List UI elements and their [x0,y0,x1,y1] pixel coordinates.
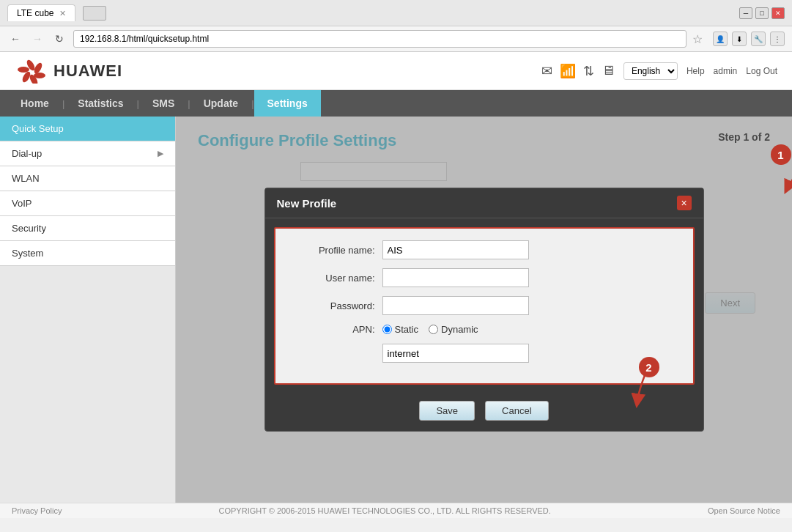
new-tab-button[interactable] [83,6,106,21]
forward-button[interactable]: → [29,31,45,47]
sidebar: Quick Setup Dial-up ▶ WLAN VoIP Security… [0,117,176,503]
dialog-header: New Profile × [265,188,703,218]
profile-name-label: Profile name: [287,245,375,256]
dialog-title: New Profile [277,197,337,210]
nav-home[interactable]: Home [7,90,62,117]
sidebar-item-wlan[interactable]: WLAN [0,166,175,191]
apn-options: Static Dynamic [382,324,478,335]
sidebar-item-quicksetup[interactable]: Quick Setup [0,117,175,141]
apn-value-input[interactable] [382,344,529,363]
tab-title: LTE cube [17,8,53,18]
window-controls: ─ □ ✕ [739,7,785,19]
bookmark-icon[interactable]: ☆ [692,32,703,46]
apn-static-radio[interactable] [382,325,392,334]
dialog-footer: 2 Save C [265,394,703,431]
browser-menu-button[interactable]: ⋮ [770,32,785,46]
huawei-logo-icon [15,58,48,84]
footer: Privacy Policy COPYRIGHT © 2006-2015 HUA… [0,503,792,518]
nav-settings[interactable]: Settings [254,90,321,117]
nav-update[interactable]: Update [190,90,251,117]
ext-icon-3[interactable]: 🔧 [751,32,766,46]
logout-link[interactable]: Log Out [746,66,777,76]
apn-static-option[interactable]: Static [382,324,419,335]
password-label: Password: [287,300,375,311]
apn-label: APN: [287,324,375,335]
ext-icon-1[interactable]: 👤 [713,32,728,46]
topbar-right: ✉ 📶 ⇅ 🖥 English Thai Help admin Log Out [541,62,777,80]
main-layout: Quick Setup Dial-up ▶ WLAN VoIP Security… [0,117,792,503]
nav-statistics[interactable]: Statistics [64,90,136,117]
status-icons: ✉ 📶 ⇅ 🖥 [541,63,615,79]
reload-button[interactable]: ↻ [51,31,67,47]
signal-icon: 📶 [560,63,576,79]
address-input[interactable] [73,30,686,48]
profile-name-row: Profile name: [287,240,681,259]
admin-link[interactable]: admin [714,66,738,76]
password-input[interactable] [382,296,529,315]
username-row: User name: [287,268,681,287]
dialog-save-button[interactable]: Save [419,401,475,421]
message-icon[interactable]: ✉ [541,63,552,79]
tab-close-button[interactable]: ✕ [59,9,66,18]
sidebar-item-dialup[interactable]: Dial-up ▶ [0,141,175,166]
browser-tab[interactable]: LTE cube ✕ [7,4,75,21]
dialog-body: Profile name: User name: Password: [274,227,695,385]
modal-overlay: 1 New Profile [176,117,792,503]
apn-dynamic-option[interactable]: Dynamic [429,324,478,335]
address-bar-row: ← → ↻ ☆ 👤 ⬇ 🔧 ⋮ [0,26,792,51]
browser-chrome: LTE cube ✕ ─ □ ✕ ← → ↻ ☆ 👤 ⬇ 🔧 ⋮ [0,0,792,52]
app-container: HUAWEI ✉ 📶 ⇅ 🖥 English Thai Help admin L… [0,52,792,518]
password-row: Password: [287,296,681,315]
annotation-1-area: 1 [771,144,791,165]
sidebar-item-voip[interactable]: VoIP [0,191,175,216]
profile-name-input[interactable] [382,240,529,259]
annotation-arrow-1 [784,155,793,199]
dialog-cancel-button[interactable]: Cancel [485,401,548,421]
username-input[interactable] [382,268,529,287]
maximize-button[interactable]: □ [755,7,769,19]
back-button[interactable]: ← [7,31,23,47]
minimize-button[interactable]: ─ [739,7,752,19]
browser-titlebar: LTE cube ✕ ─ □ ✕ [0,0,792,26]
nav-bar: Home | Statistics | SMS | Update | Setti… [0,90,792,117]
sidebar-item-security[interactable]: Security [0,216,175,241]
brand-name: HUAWEI [53,62,122,81]
transfer-icon: ⇅ [583,63,594,79]
app-topbar: HUAWEI ✉ 📶 ⇅ 🖥 English Thai Help admin L… [0,52,792,90]
help-link[interactable]: Help [686,66,705,76]
username-label: User name: [287,273,375,284]
apn-type-group: Static Dynamic [382,324,478,335]
ext-icon-2[interactable]: ⬇ [732,32,747,46]
logo-area: HUAWEI [15,58,122,84]
apn-value-row [287,344,681,363]
dialup-expand-icon: ▶ [158,149,163,158]
apn-dynamic-radio[interactable] [429,325,438,334]
nav-sms[interactable]: SMS [139,90,188,117]
language-select[interactable]: English Thai [623,62,678,80]
close-window-button[interactable]: ✕ [771,7,785,19]
apn-row: APN: Static Dynamic [287,324,681,335]
new-profile-dialog: 1 New Profile [264,188,704,432]
display-icon: 🖥 [602,63,615,78]
svg-point-5 [18,67,29,73]
annotation-2-area: 2 [639,357,659,377]
sidebar-item-system[interactable]: System [0,241,175,266]
annotation-arrow-2 [632,372,676,408]
footer-opensource[interactable]: Open Source Notice [708,506,780,515]
browser-extension-icons: 👤 ⬇ 🔧 ⋮ [713,32,785,46]
dialog-close-button[interactable]: × [677,196,692,210]
footer-privacy[interactable]: Privacy Policy [12,506,62,515]
content-area: Configure Profile Settings Step 1 of 2 [176,117,792,503]
footer-copyright: COPYRIGHT © 2006-2015 HUAWEI TECHNOLOGIE… [219,506,551,515]
